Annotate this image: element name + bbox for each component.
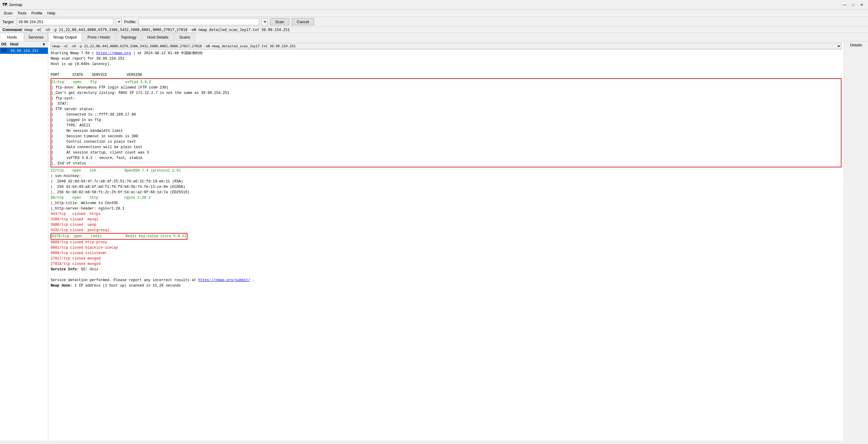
ftp-pasv: |_Can't get directory listing: PASV IP 1… <box>51 90 841 96</box>
ftp-stat: | STAT: <box>51 101 841 107</box>
host-table-header: OS Host ▼ <box>0 41 48 47</box>
ssh-ecdsa: | 256 43:b4:49:a8:bf:dd:f1:f6:f9:b8:5b:7… <box>51 184 841 190</box>
port-3306: 3306/tcp closed mysql <box>51 217 841 222</box>
ssh-hostkey: | ssh-hostkey: <box>51 173 841 179</box>
menu-help[interactable]: Help <box>45 10 58 16</box>
cancel-button[interactable]: Cancel <box>292 18 314 25</box>
tab-topology[interactable]: Topology <box>116 33 142 41</box>
ftp-version: | vsFTPd 3.0.2 - secure, fast, stable <box>51 155 841 161</box>
service-info: Service Info: OS: Unix <box>51 267 841 272</box>
port-8080: 8080/tcp closed http-proxy <box>51 240 841 245</box>
scan-button[interactable]: Scan <box>270 18 289 25</box>
host-row[interactable]: 39.99.154.251 <box>0 47 48 54</box>
left-panel: Hosts Services OS Host ▼ 39.99.154.251 <box>0 33 48 441</box>
tab-nmap-output[interactable]: Nmap Output <box>48 33 82 41</box>
port-5000: 5000/tcp closed upnp <box>51 222 841 228</box>
output-command-line: nmap -sC -sV -p 21,22,80,443,8080,6379,3… <box>51 43 841 49</box>
tab-hosts[interactable]: Hosts <box>0 33 24 41</box>
tab-ports-hosts[interactable]: Ports / Hosts <box>82 33 115 41</box>
window-controls: — □ ✕ <box>841 1 866 8</box>
main-area: Hosts Services OS Host ▼ 39.99.154.251 N… <box>0 33 868 441</box>
maximize-button[interactable]: □ <box>849 1 857 8</box>
host-os-icon <box>1 48 10 53</box>
commandbar: Command: nmap -sC -sV -p 21,22,80,443,80… <box>0 27 868 33</box>
ftp-data: | Data connections will be plain text <box>51 144 841 150</box>
ftp-port-line: 21/tcp open ftp vsftpd 3.0.2 <box>51 79 841 85</box>
content-tabs: Nmap Output Ports / Hosts Topology Host … <box>48 33 868 41</box>
output-blank2 <box>51 272 841 277</box>
tab-host-details[interactable]: Host Details <box>142 33 174 41</box>
minimize-button[interactable]: — <box>841 1 849 8</box>
tab-scans[interactable]: Scans <box>174 33 195 41</box>
port-27017: 27017/tcp closed mongod <box>51 256 841 261</box>
port-8081: 8081/tcp closed blackice-icecap <box>51 245 841 250</box>
close-button[interactable]: ✕ <box>858 1 866 8</box>
output-line-start: Starting Nmap 7.94 ( https://nmap.org ) … <box>51 50 841 56</box>
output-line-host: Host is up (0.040s latency). <box>51 61 841 67</box>
target-label: Target: <box>2 20 14 24</box>
port-27018: 27018/tcp closed mongod <box>51 261 841 267</box>
output-port-header: PORT STATE SERVICE VERSION <box>51 72 841 78</box>
ftp-end: |_ End of status <box>51 161 841 166</box>
redis-line: 6379/tcp open redis Redis key-value stor… <box>51 233 841 240</box>
profile-input[interactable] <box>138 18 259 25</box>
ssh-port-line: 22/tcp open ssh OpenSSH 7.4 (protocol 2.… <box>51 168 841 173</box>
ftp-count: | At session startup, client count was 3 <box>51 150 841 155</box>
profile-label: Profile: <box>124 20 136 24</box>
details-button[interactable]: Details <box>844 41 868 441</box>
panel-tabs: Hosts Services <box>0 33 48 41</box>
port-9000: 9000/tcp closed cslistener <box>51 250 841 256</box>
app-title: Zenmap <box>9 3 841 7</box>
footer-done: Nmap done: 1 IP address (1 host up) scan… <box>51 283 841 288</box>
right-panel: Nmap Output Ports / Hosts Topology Host … <box>48 33 868 441</box>
target-input[interactable] <box>17 18 113 25</box>
ftp-syst: | ftp-syst: <box>51 96 841 101</box>
target-dropdown[interactable] <box>116 18 122 25</box>
menu-scan[interactable]: Scan <box>1 10 15 16</box>
toolbar: Target: Profile: Scan Cancel <box>0 17 868 27</box>
output-area: nmap -sC -sV -p 21,22,80,443,8080,6379,3… <box>48 41 868 441</box>
footer-report: Service detection performed. Please repo… <box>51 277 841 283</box>
ssh-rsa: | 2048 d2:8d:64:47:7c:e8:df:25:51:76:a6:… <box>51 179 841 184</box>
ftp-logged: | Logged in as ftp <box>51 117 841 123</box>
host-address: 39.99.154.251 <box>10 49 47 53</box>
port-443: 443/tcp closed https <box>51 211 841 217</box>
http-server: |_http-server-header: nginx/1.20.1 <box>51 206 841 211</box>
ftp-connected: | Connected to ::ffff:39.189.17.96 <box>51 112 841 117</box>
app-icon: 🗺 <box>2 2 7 7</box>
ftp-bandwidth: | No session bandwidth limit <box>51 128 841 134</box>
ftp-anon: | ftp-anon: Anonymous FTP login allowed … <box>51 85 841 90</box>
col-host-header: Host <box>10 42 42 47</box>
ftp-timeout: | Session timeout in seconds is 300 <box>51 134 841 139</box>
sort-arrow-icon[interactable]: ▼ <box>42 42 47 47</box>
menu-profile[interactable]: Profile <box>29 10 45 16</box>
command-select[interactable]: nmap -sC -sV -p 21,22,80,443,8080,6379,3… <box>51 43 841 49</box>
output-line-report: Nmap scan report for 39.99.154.251 <box>51 56 841 61</box>
http-port-line: 80/tcp open http nginx 1.20.1 <box>51 195 841 201</box>
port-5432: 5432/tcp closed postgresql <box>51 228 841 233</box>
command-value: nmap -sC -sV -p 21,22,80,443,8080,6379,3… <box>24 28 290 32</box>
menubar: Scan Tools Profile Help <box>0 10 868 17</box>
col-os-header: OS <box>1 42 10 47</box>
http-title: |_http-title: Welcome to CentOS <box>51 201 841 206</box>
output-blank1 <box>51 67 841 72</box>
os-icon <box>1 48 7 53</box>
profile-dropdown[interactable] <box>261 18 268 25</box>
menu-tools[interactable]: Tools <box>15 10 29 16</box>
ftp-section: 21/tcp open ftp vsftpd 3.0.2 | ftp-anon:… <box>51 78 841 167</box>
tab-services[interactable]: Services <box>24 33 48 41</box>
ftp-type: | TYPE: ASCII <box>51 123 841 128</box>
titlebar: 🗺 Zenmap — □ ✕ <box>0 0 868 10</box>
output-scroll[interactable]: nmap -sC -sV -p 21,22,80,443,8080,6379,3… <box>48 41 844 441</box>
ftp-server-status: | FTP server status: <box>51 107 841 112</box>
ssh-ed: |_ 256 6c:b6:02:b8:58:f1:2c:25:6f:54:ec:… <box>51 190 841 195</box>
command-label: Command: <box>2 27 23 32</box>
ftp-control: | Control connection is plain text <box>51 139 841 144</box>
